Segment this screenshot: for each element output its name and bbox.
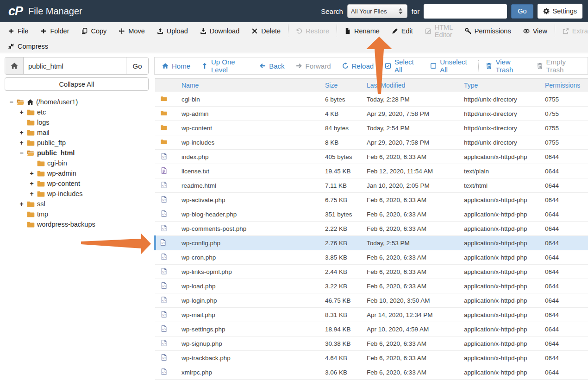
tree-item-etc[interactable]: +etc — [5, 107, 149, 117]
toolbar-label: Move — [128, 27, 144, 35]
search-go-button[interactable]: Go — [511, 4, 533, 19]
file-name: wp-admin — [177, 107, 321, 121]
expand-icon[interactable]: + — [29, 180, 35, 187]
folder-icon — [37, 191, 45, 197]
file-row-wp-includes[interactable]: wp-includes8 KBApr 29, 2020, 7:58 PMhttp… — [155, 135, 588, 150]
tree-item-ssl[interactable]: +ssl — [5, 199, 149, 209]
file-row-xmlrpc-php[interactable]: </>xmlrpc.php3.06 KBFeb 6, 2020, 6:33 AM… — [155, 365, 588, 380]
filenav-home[interactable]: Home — [156, 57, 196, 74]
file-row-wp-blog-header-php[interactable]: </>wp-blog-header.php351 bytesFeb 6, 202… — [155, 207, 588, 222]
path-input[interactable] — [24, 57, 126, 74]
filenav-label: View Trash — [495, 58, 525, 74]
column-header-permissions[interactable]: Permissions — [541, 79, 588, 92]
file-row-index-php[interactable]: </>index.php405 bytesFeb 6, 2020, 6:33 A… — [155, 150, 588, 164]
filenav-view-trash[interactable]: View Trash — [480, 57, 531, 74]
path-box: Go — [5, 57, 149, 75]
filenav-select-all[interactable]: Select All — [379, 57, 425, 74]
file-row-wp-login-php[interactable]: </>wp-login.php46.75 KBFeb 10, 2020, 3:5… — [155, 293, 588, 308]
settings-button[interactable]: Settings — [538, 4, 582, 19]
tree-item-public-ftp[interactable]: +public_ftp — [5, 138, 149, 148]
file-row-wp-signup-php[interactable]: </>wp-signup.php30.38 KBFeb 6, 2020, 6:3… — [155, 337, 588, 351]
expand-icon[interactable]: + — [29, 170, 35, 177]
file-row-wp-config-php[interactable]: </>wp-config.php2.76 KBToday, 2:53 PMapp… — [155, 236, 588, 250]
toolbar-row-2: Compress — [2, 39, 588, 53]
tree-item-wordpress-backups[interactable]: wordpress-backups — [5, 219, 149, 229]
file-name: wp-config.php — [177, 236, 321, 250]
toolbar-compress[interactable]: Compress — [2, 39, 54, 53]
file-size: 2.22 KB — [321, 222, 363, 236]
filenav-unselect-all[interactable]: Unselect All — [425, 57, 477, 74]
tree-item-public-html[interactable]: −public_html — [5, 148, 149, 158]
cpanel-logo: cP — [8, 4, 23, 19]
file-name: wp-mail.php — [177, 308, 321, 322]
svg-text:</>: </> — [162, 256, 166, 259]
file-modified: Today, 2:54 PM — [363, 121, 460, 135]
collapse-all-button[interactable]: Collapse All — [5, 77, 149, 91]
php-file-icon: </> — [161, 182, 167, 188]
toolbar-upload[interactable]: Upload — [151, 22, 194, 39]
file-row-readme-html[interactable]: </>readme.html7.11 KBJan 10, 2020, 2:05 … — [155, 178, 588, 193]
column-header-last-modified[interactable]: Last Modified — [363, 79, 460, 92]
toolbar-folder[interactable]: Folder — [34, 22, 75, 39]
filenav-up-one-level[interactable]: Up One Level — [196, 57, 254, 74]
file-row-wp-content[interactable]: wp-content84 bytesToday, 2:54 PMhttpd/un… — [155, 121, 588, 135]
file-row-license-txt[interactable]: license.txt19.45 KBFeb 12, 2020, 11:54 A… — [155, 164, 588, 178]
toolbar-download[interactable]: Download — [194, 22, 246, 39]
up-arrow-icon — [201, 63, 208, 69]
tree-item-wp-admin[interactable]: +wp-admin — [5, 168, 149, 178]
tree-label: cgi-bin — [47, 159, 67, 167]
toolbar-copy[interactable]: Copy — [75, 22, 113, 39]
folder-icon — [27, 222, 35, 228]
file-row-wp-admin[interactable]: wp-admin4 KBApr 29, 2020, 7:58 PMhttpd/u… — [155, 107, 588, 121]
filenav-reload[interactable]: Reload — [337, 57, 380, 74]
tree-item-wp-includes[interactable]: +wp-includes — [5, 189, 149, 199]
filenav-back[interactable]: Back — [254, 57, 290, 74]
column-header-size[interactable]: Size — [321, 79, 363, 92]
column-header-type[interactable]: Type — [460, 79, 541, 92]
toolbar-rename[interactable]: Rename — [338, 22, 386, 39]
folder-icon — [37, 181, 45, 187]
expand-icon[interactable]: + — [29, 190, 35, 197]
file-modified: Apr 14, 2020, 12:34 PM — [363, 308, 460, 322]
tree-item-wp-content[interactable]: +wp-content — [5, 178, 149, 189]
toolbar-move[interactable]: Move — [113, 22, 150, 39]
path-go-button[interactable]: Go — [126, 57, 148, 74]
file-row-wp-activate-php[interactable]: </>wp-activate.php6.75 KBFeb 6, 2020, 6:… — [155, 193, 588, 207]
tree-label: wp-includes — [47, 190, 83, 197]
file-row-cgi-bin[interactable]: cgi-bin6 bytesToday, 2:28 PMhttpd/unix-d… — [155, 92, 588, 107]
tree-item-cgi-bin[interactable]: cgi-bin — [5, 158, 149, 168]
home-path-button[interactable] — [5, 57, 24, 74]
search-scope-select[interactable]: All Your Files — [347, 4, 407, 18]
folder-icon — [161, 139, 167, 145]
toolbar-delete[interactable]: Delete — [245, 22, 287, 39]
file-row-wp-mail-php[interactable]: </>wp-mail.php8.31 KBApr 14, 2020, 12:34… — [155, 308, 588, 322]
tree-item-mail[interactable]: +mail — [5, 127, 149, 138]
file-row-wp-settings-php[interactable]: </>wp-settings.php18.94 KBApr 10, 2020, … — [155, 322, 588, 337]
expand-icon[interactable]: + — [19, 108, 25, 116]
toolbar-file[interactable]: File — [2, 22, 34, 39]
tree-item-tmp[interactable]: tmp — [5, 209, 149, 219]
tree-item-logs[interactable]: logs — [5, 117, 149, 127]
toolbar-permissions[interactable]: Permissions — [459, 22, 517, 39]
filenav-label: Home — [172, 62, 190, 70]
toolbar-edit[interactable]: Edit — [386, 22, 419, 39]
file-row-wp-trackback-php[interactable]: </>wp-trackback.php4.64 KBFeb 6, 2020, 6… — [155, 351, 588, 365]
expand-icon[interactable]: + — [19, 129, 25, 136]
file-row-wp-comments-post-php[interactable]: </>wp-comments-post.php2.22 KBFeb 6, 202… — [155, 222, 588, 236]
expand-icon[interactable]: + — [19, 200, 25, 208]
filenav-label: Up One Level — [211, 58, 248, 74]
file-row-wp-cron-php[interactable]: </>wp-cron.php3.85 KBFeb 6, 2020, 6:33 A… — [155, 250, 588, 265]
toolbar-view[interactable]: View — [517, 22, 553, 39]
tree-item-home-user1[interactable]: −(/home/user1) — [5, 97, 149, 107]
file-type: application/x-httpd-php — [460, 150, 541, 164]
column-header-name[interactable]: Name — [177, 79, 321, 92]
expand-icon[interactable]: + — [19, 139, 25, 146]
file-icon-cell: </> — [155, 322, 177, 337]
collapse-icon[interactable]: − — [19, 149, 25, 157]
file-row-wp-load-php[interactable]: </>wp-load.php3.22 KBFeb 6, 2020, 6:33 A… — [155, 279, 588, 293]
file-row-wp-links-opml-php[interactable]: </>wp-links-opml.php2.44 KBFeb 6, 2020, … — [155, 265, 588, 279]
file-modified: Feb 6, 2020, 6:33 AM — [363, 279, 460, 293]
search-input[interactable] — [424, 4, 507, 19]
directory-tree: −(/home/user1)+etclogs+mail+public_ftp−p… — [5, 97, 149, 229]
collapse-icon[interactable]: − — [8, 98, 14, 106]
